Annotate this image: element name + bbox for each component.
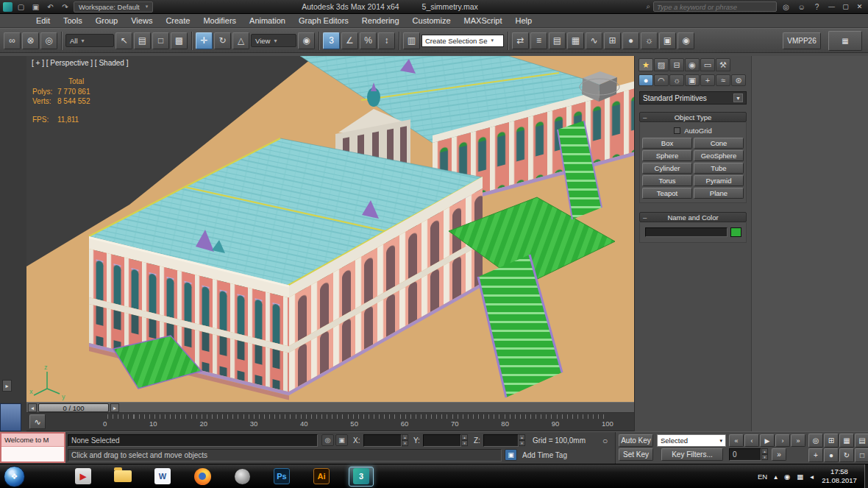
language-indicator[interactable]: EN bbox=[758, 473, 767, 481]
selection-filter-dropdown[interactable]: All▾ bbox=[65, 34, 114, 47]
minimize-button[interactable]: — bbox=[826, 2, 837, 12]
tab-hierarchy[interactable]: ⊟ bbox=[669, 58, 684, 71]
taskbar-clock[interactable]: 17:58 21.08.2017 bbox=[817, 467, 862, 485]
z-spinner[interactable]: ▴▾ bbox=[519, 434, 525, 446]
perspective-viewport[interactable]: z x y [ + ] [ Perspective ] [ Shaded ] T… bbox=[26, 56, 634, 402]
category-cameras-icon[interactable]: ▣ bbox=[685, 74, 700, 86]
key-mode-dropdown[interactable]: Selected ▾ bbox=[657, 434, 726, 447]
select-and-link-icon[interactable]: ∞ bbox=[4, 32, 21, 49]
sign-in-icon[interactable]: ☺ bbox=[795, 1, 808, 12]
autogrid-checkbox[interactable] bbox=[674, 127, 680, 134]
toolbar-grid-icon[interactable]: ▦ bbox=[828, 31, 862, 51]
menu-animation[interactable]: Animation bbox=[243, 14, 292, 28]
tab-utilities[interactable]: ⚒ bbox=[716, 58, 730, 71]
name-color-rollout-header[interactable]: – Name and Color bbox=[639, 212, 747, 222]
menu-tools[interactable]: Tools bbox=[57, 14, 89, 28]
minimized-window-thumbnail[interactable] bbox=[0, 403, 21, 431]
bind-to-space-warp-icon[interactable]: ◎ bbox=[40, 32, 57, 49]
tray-network-icon[interactable]: ▦ bbox=[797, 473, 803, 481]
previous-frame-button[interactable]: ‹ bbox=[744, 434, 759, 447]
object-color-swatch[interactable] bbox=[730, 227, 741, 237]
mirror-icon[interactable]: ⇄ bbox=[512, 32, 529, 49]
edit-named-selections-icon[interactable]: ▥ bbox=[403, 32, 420, 49]
tray-expand-icon[interactable]: ▴ bbox=[774, 473, 778, 481]
start-button[interactable]: ❖ bbox=[4, 466, 25, 487]
percent-snap-icon[interactable]: % bbox=[360, 32, 377, 49]
frame-spinner[interactable]: ▴▾ bbox=[761, 448, 768, 460]
viewport-tab-handle[interactable]: ▸ bbox=[2, 380, 12, 392]
isolate-toggle-icon[interactable]: ○ bbox=[599, 435, 611, 447]
tab-motion[interactable]: ◉ bbox=[685, 58, 700, 71]
photoshop-taskbar-icon[interactable]: Ps bbox=[269, 467, 294, 487]
go-to-start-button[interactable]: « bbox=[729, 434, 744, 447]
menu-help[interactable]: Help bbox=[509, 14, 539, 28]
zoom-region-icon[interactable]: ▤ bbox=[855, 434, 868, 448]
select-and-rotate-icon[interactable]: ↻ bbox=[214, 32, 231, 49]
object-name-input[interactable] bbox=[645, 227, 728, 237]
category-helpers-icon[interactable]: + bbox=[700, 74, 715, 86]
y-coordinate-field[interactable] bbox=[423, 434, 461, 447]
zoom-extents-icon[interactable]: ▦ bbox=[839, 434, 854, 448]
select-and-scale-icon[interactable]: △ bbox=[232, 32, 249, 49]
save-file-icon[interactable]: ▣ bbox=[29, 1, 42, 12]
welcome-window[interactable]: Welcome to M bbox=[0, 432, 65, 463]
maximize-button[interactable]: ▢ bbox=[840, 2, 851, 12]
render-setup-icon[interactable]: ☼ bbox=[641, 32, 658, 49]
menu-modifiers[interactable]: Modifiers bbox=[196, 14, 243, 28]
material-editor-icon[interactable]: ● bbox=[622, 32, 639, 49]
time-tag-icon[interactable]: ▣ bbox=[505, 449, 517, 461]
workspace-dropdown[interactable]: Workspace: Default ▾ bbox=[74, 1, 153, 13]
category-lights-icon[interactable]: ☼ bbox=[669, 74, 684, 86]
previous-frame-arrow[interactable]: ◂ bbox=[28, 403, 37, 412]
z-coordinate-field[interactable] bbox=[483, 434, 519, 447]
play-button[interactable]: ▶ bbox=[760, 434, 775, 447]
maximize-viewport-icon[interactable]: □ bbox=[855, 448, 868, 462]
sphere-button[interactable]: Sphere bbox=[642, 150, 692, 161]
open-file-icon[interactable]: ▢ bbox=[15, 1, 27, 12]
category-geometry-icon[interactable]: ● bbox=[638, 74, 653, 86]
redo-icon[interactable]: ↷ bbox=[59, 1, 71, 12]
schematic-view-icon[interactable]: ⊞ bbox=[604, 32, 621, 49]
snaps-toggle-icon[interactable]: 3 bbox=[323, 32, 340, 49]
time-slider[interactable]: ◂ 0 / 100 ▸ bbox=[26, 402, 634, 413]
menu-rendering[interactable]: Rendering bbox=[355, 14, 406, 28]
menu-views[interactable]: Views bbox=[124, 14, 159, 28]
viewport-label[interactable]: [ + ] [ Perspective ] [ Shaded ] bbox=[32, 59, 129, 67]
pin-selection-icon[interactable]: ◎ bbox=[321, 434, 334, 446]
3dsmax-taskbar-icon[interactable]: 3 bbox=[349, 467, 374, 487]
cylinder-button[interactable]: Cylinder bbox=[642, 163, 692, 174]
mini-curve-editor-button[interactable]: ∿ bbox=[29, 414, 46, 429]
teapot-button[interactable]: Teapot bbox=[642, 188, 692, 199]
category-shapes-icon[interactable]: ◠ bbox=[654, 74, 669, 86]
curve-editor-icon[interactable]: ∿ bbox=[586, 32, 602, 49]
close-button[interactable]: ✕ bbox=[854, 2, 865, 12]
help-icon[interactable]: ? bbox=[811, 1, 823, 12]
render-production-icon[interactable]: ◉ bbox=[677, 32, 694, 49]
x-coordinate-field[interactable] bbox=[363, 434, 402, 447]
angle-snap-icon[interactable]: ∠ bbox=[341, 32, 358, 49]
select-by-name-icon[interactable]: ▤ bbox=[134, 32, 151, 49]
time-slider-handle[interactable]: 0 / 100 bbox=[38, 403, 109, 412]
explorer-taskbar-icon[interactable] bbox=[110, 467, 135, 487]
use-pivot-center-icon[interactable]: ◉ bbox=[298, 32, 315, 49]
y-spinner[interactable]: ▴▾ bbox=[461, 434, 468, 446]
spinner-snap-icon[interactable]: ↕ bbox=[378, 32, 395, 49]
select-object-icon[interactable]: ↖ bbox=[115, 32, 132, 49]
box-button[interactable]: Box bbox=[642, 138, 692, 149]
menu-group[interactable]: Group bbox=[89, 14, 125, 28]
rendered-frame-icon[interactable]: ▣ bbox=[659, 32, 676, 49]
tab-display[interactable]: ▭ bbox=[700, 58, 715, 71]
geosphere-button[interactable]: GeoSphere bbox=[694, 150, 744, 161]
set-key-button[interactable]: Set Key bbox=[619, 448, 653, 461]
x-spinner[interactable]: ▴▾ bbox=[402, 434, 408, 446]
category-spacewarps-icon[interactable]: ≈ bbox=[716, 74, 730, 86]
utility-taskbar-icon[interactable] bbox=[230, 467, 255, 487]
menu-create[interactable]: Create bbox=[159, 14, 196, 28]
selection-lock-icon[interactable]: ▣ bbox=[335, 434, 348, 446]
binoculars-icon[interactable]: ◎ bbox=[780, 1, 792, 12]
cone-button[interactable]: Cone bbox=[694, 138, 744, 149]
layer-manager-icon[interactable]: ▤ bbox=[549, 32, 566, 49]
named-selection-combo[interactable]: Create Selection Se▾ bbox=[421, 35, 504, 47]
search-input[interactable] bbox=[653, 1, 777, 12]
zoom-icon[interactable]: ◎ bbox=[808, 434, 823, 448]
